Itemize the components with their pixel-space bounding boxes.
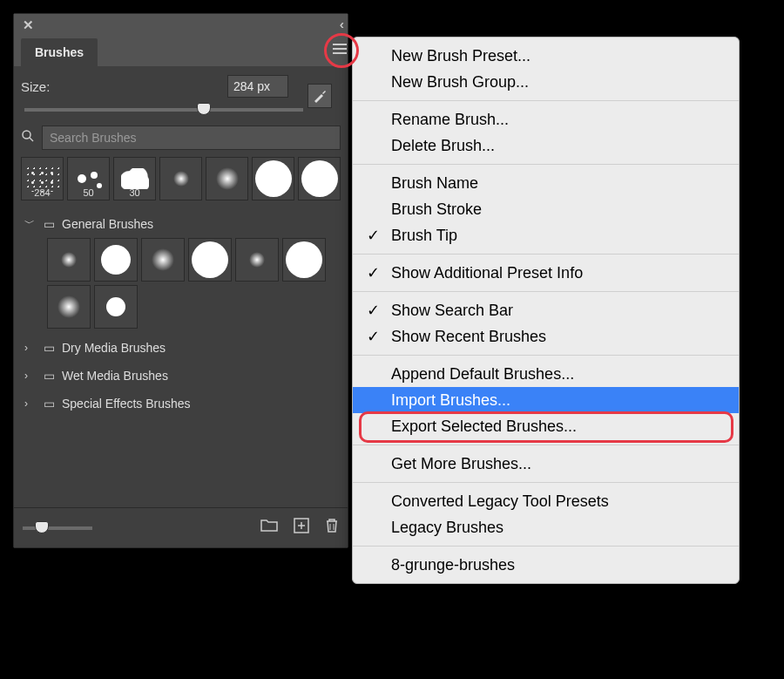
- menu-item[interactable]: Get More Brushes...: [353, 451, 739, 477]
- brush-preset[interactable]: [94, 238, 138, 282]
- brush-preset[interactable]: [47, 238, 91, 282]
- size-label: Size:: [21, 79, 50, 94]
- annotation-highlight: [359, 411, 733, 443]
- brush-size-label: 284: [22, 187, 63, 198]
- brush-preset[interactable]: [159, 157, 202, 200]
- collapse-icon[interactable]: ‹‹: [340, 17, 341, 31]
- menu-item-label: Get More Brushes...: [391, 455, 531, 472]
- menu-item-label: Rename Brush...: [391, 111, 509, 128]
- menu-item[interactable]: ✓Show Search Bar: [353, 297, 739, 323]
- menu-item[interactable]: Delete Brush...: [353, 132, 739, 159]
- brush-preset[interactable]: [141, 238, 185, 282]
- menu-item[interactable]: ✓Show Additional Preset Info: [353, 260, 739, 286]
- brush-grid: [21, 238, 341, 329]
- menu-item[interactable]: Import Brushes...: [353, 387, 739, 413]
- menu-item[interactable]: Brush Stroke: [353, 196, 739, 222]
- search-icon: [21, 129, 37, 146]
- brush-size-label: 50: [68, 187, 109, 198]
- check-icon: ✓: [367, 326, 380, 347]
- folder-general-brushes[interactable]: ﹀ ▭ General Brushes: [21, 209, 341, 238]
- menu-item-label: Delete Brush...: [391, 137, 495, 154]
- slider-thumb[interactable]: [197, 103, 211, 115]
- menu-item[interactable]: Converted Legacy Tool Presets: [353, 488, 739, 514]
- chevron-down-icon: ﹀: [24, 216, 37, 231]
- brush-size-label: 30: [114, 187, 155, 198]
- panel-header: ✕ ‹‹: [14, 14, 348, 37]
- panel-context-menu: New Brush Preset...New Brush Group...Ren…: [352, 37, 740, 584]
- menu-item-label: Brush Name: [391, 174, 478, 192]
- brush-preset[interactable]: [188, 238, 232, 282]
- brush-preset[interactable]: [298, 157, 341, 200]
- chevron-right-icon: ›: [24, 370, 37, 382]
- folder-special-effects[interactable]: › ▭ Special Effects Brushes: [21, 390, 341, 418]
- brushes-panel: ✕ ‹‹ Brushes Size: 284 50 30: [13, 13, 348, 548]
- menu-item-label: Append Default Brushes...: [391, 365, 574, 383]
- folder-dry-media[interactable]: › ▭ Dry Media Brushes: [21, 334, 341, 362]
- chevron-right-icon: ›: [24, 342, 37, 354]
- brush-preset[interactable]: [252, 157, 294, 200]
- brush-preset[interactable]: [206, 157, 248, 200]
- folder-icon: ▭: [44, 397, 55, 411]
- brush-preset[interactable]: 50: [67, 157, 110, 200]
- folder-label: General Brushes: [62, 217, 153, 231]
- menu-separator: [353, 254, 739, 255]
- menu-item-label: Show Additional Preset Info: [391, 264, 583, 282]
- brush-preset[interactable]: [282, 238, 326, 282]
- menu-item[interactable]: New Brush Preset...: [353, 43, 739, 69]
- bottom-bar: [14, 507, 348, 547]
- check-icon: ✓: [367, 300, 380, 321]
- brush-preset[interactable]: 284: [21, 157, 64, 200]
- folder-icon: ▭: [44, 369, 55, 383]
- size-input[interactable]: [227, 75, 288, 98]
- brush-icon: [313, 89, 327, 103]
- annotation-circle: [324, 33, 359, 68]
- check-icon: ✓: [367, 225, 380, 246]
- menu-item-label: 8-grunge-brushes: [391, 556, 515, 574]
- brush-preset[interactable]: [47, 285, 91, 329]
- chevron-right-icon: ›: [24, 397, 37, 410]
- recent-brushes: 284 50 30: [21, 157, 341, 200]
- trash-icon[interactable]: [325, 518, 339, 538]
- folder-icon[interactable]: [260, 518, 278, 538]
- menu-item-label: Brush Tip: [391, 227, 457, 244]
- menu-item[interactable]: Append Default Brushes...: [353, 361, 739, 387]
- folder-icon: ▭: [44, 341, 55, 355]
- menu-separator: [353, 445, 739, 445]
- menu-separator: [353, 164, 739, 165]
- folder-label: Special Effects Brushes: [62, 397, 191, 411]
- svg-line-1: [30, 138, 33, 141]
- menu-item-label: New Brush Group...: [391, 73, 529, 91]
- size-slider[interactable]: [24, 108, 303, 112]
- search-input[interactable]: [42, 126, 341, 150]
- menu-item[interactable]: ✓Brush Tip: [353, 222, 739, 248]
- menu-item[interactable]: ✓Show Recent Brushes: [353, 323, 739, 350]
- thumbnail-size-slider[interactable]: [23, 526, 92, 530]
- folder-wet-media[interactable]: › ▭ Wet Media Brushes: [21, 362, 341, 390]
- menu-item-label: Converted Legacy Tool Presets: [391, 492, 609, 510]
- panel-body: Size: 284 50 30 ﹀: [14, 66, 348, 547]
- tab-brushes[interactable]: Brushes: [21, 38, 98, 66]
- folder-label: Dry Media Brushes: [62, 341, 166, 355]
- reset-brush-button[interactable]: [308, 84, 332, 108]
- menu-separator: [353, 100, 739, 101]
- menu-item[interactable]: Legacy Brushes: [353, 514, 739, 540]
- menu-item[interactable]: Rename Brush...: [353, 106, 739, 132]
- brush-preset[interactable]: [235, 238, 279, 282]
- slider-thumb[interactable]: [35, 521, 49, 533]
- menu-item[interactable]: New Brush Group...: [353, 69, 739, 95]
- menu-separator: [353, 355, 739, 356]
- menu-item-label: Show Recent Brushes: [391, 328, 546, 345]
- menu-item[interactable]: 8-grunge-brushes: [353, 552, 739, 578]
- menu-separator: [353, 291, 739, 292]
- check-icon: ✓: [367, 262, 380, 283]
- menu-item[interactable]: Brush Name: [353, 170, 739, 196]
- menu-item-label: Show Search Bar: [391, 302, 513, 319]
- menu-item-label: New Brush Preset...: [391, 47, 531, 65]
- brush-preset[interactable]: 30: [113, 157, 156, 200]
- brush-preset[interactable]: [94, 285, 138, 329]
- tab-row: Brushes: [14, 37, 348, 66]
- menu-separator: [353, 546, 739, 547]
- menu-item-label: Import Brushes...: [391, 391, 510, 409]
- new-preset-icon[interactable]: [294, 518, 309, 538]
- close-icon[interactable]: ✕: [23, 17, 34, 33]
